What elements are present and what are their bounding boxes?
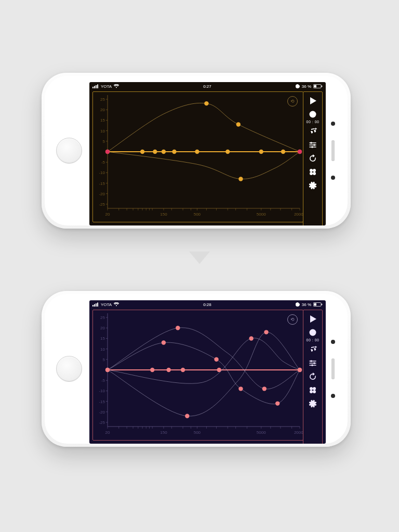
reset-graph-icon[interactable]: ⟲ [287, 314, 298, 325]
sensor-icon [331, 394, 335, 398]
svg-rect-5 [314, 85, 316, 88]
camera-speaker-cluster [331, 340, 335, 398]
clock-label: 0:27 [203, 84, 211, 89]
svg-text:20: 20 [100, 108, 105, 112]
svg-point-67 [281, 150, 285, 154]
do-not-disturb-icon [296, 84, 300, 88]
sliders-icon[interactable] [305, 139, 320, 151]
record-icon[interactable] [305, 327, 320, 338]
svg-text:-10: -10 [99, 170, 105, 175]
clock-label: 0:28 [203, 302, 211, 307]
svg-text:-25: -25 [99, 420, 105, 425]
svg-rect-1 [94, 86, 95, 89]
svg-text:-5: -5 [101, 378, 105, 383]
svg-marker-163 [310, 315, 316, 323]
svg-point-75 [310, 111, 316, 118]
svg-text:25: 25 [100, 97, 105, 102]
wifi-icon [114, 84, 119, 88]
reset-graph-icon[interactable]: ⟲ [287, 96, 298, 107]
svg-point-71 [238, 177, 243, 181]
svg-point-82 [310, 169, 313, 172]
svg-text:150: 150 [160, 430, 167, 435]
svg-point-72 [105, 150, 110, 154]
svg-rect-0 [92, 87, 94, 88]
svg-rect-90 [97, 303, 98, 307]
timer-label: 00 : 00 [307, 338, 320, 342]
settings-icon[interactable] [305, 398, 320, 409]
svg-point-65 [225, 150, 230, 154]
svg-point-152 [176, 326, 180, 330]
svg-point-69 [204, 101, 208, 105]
svg-text:5000: 5000 [257, 212, 266, 217]
camera-icon [331, 122, 335, 126]
status-bar: YOTA 0:28 36 % [89, 300, 326, 309]
refresh-icon[interactable] [305, 371, 320, 382]
svg-point-63 [172, 150, 176, 154]
svg-point-66 [259, 150, 263, 154]
do-not-disturb-icon [296, 302, 300, 307]
svg-text:20000: 20000 [294, 212, 303, 217]
svg-point-172 [313, 387, 316, 390]
wifi-icon [114, 302, 119, 307]
svg-text:-20: -20 [99, 410, 105, 415]
svg-text:10: 10 [100, 129, 105, 134]
phone-body: YOTA 0:27 36 % [45, 76, 348, 225]
battery-icon [313, 84, 323, 88]
svg-point-168 [310, 360, 312, 362]
svg-rect-89 [96, 303, 97, 307]
phone-body: YOTA 0:28 36 % ⟲ [45, 294, 348, 444]
svg-text:-25: -25 [99, 202, 105, 207]
play-icon[interactable] [305, 95, 320, 107]
toolbar: 00 : 00 [303, 310, 323, 444]
svg-text:15: 15 [100, 336, 105, 341]
svg-point-164 [310, 329, 316, 336]
svg-text:5000: 5000 [257, 430, 266, 435]
signal-icon [92, 84, 99, 88]
svg-point-85 [313, 172, 316, 175]
svg-point-61 [153, 150, 157, 154]
svg-point-153 [262, 387, 267, 391]
svg-point-73 [298, 150, 302, 154]
apps-icon[interactable] [305, 166, 320, 178]
svg-point-169 [313, 362, 315, 364]
add-music-icon[interactable] [305, 126, 320, 137]
svg-point-147 [150, 368, 154, 372]
svg-rect-6 [322, 86, 323, 87]
svg-point-60 [140, 150, 144, 154]
settings-icon[interactable] [305, 180, 320, 191]
svg-point-81 [311, 146, 313, 148]
phone-mockup-bottom: YOTA 0:28 36 % ⟲ [42, 291, 351, 447]
apps-icon[interactable] [305, 384, 320, 396]
eq-plot-area[interactable]: ⟲ -25-20-15-10-5510152025201505005000200… [92, 91, 303, 222]
svg-text:500: 500 [194, 430, 201, 435]
svg-point-154 [162, 340, 166, 344]
home-button[interactable] [56, 356, 82, 382]
svg-marker-74 [310, 97, 316, 104]
svg-point-156 [238, 387, 243, 391]
toolbar: 00 : 00 [303, 91, 323, 225]
svg-point-160 [249, 336, 253, 340]
eq-plot-area[interactable]: ⟲ -25-20-15-10-5510152025201505005000200… [92, 310, 303, 441]
svg-point-70 [236, 122, 241, 126]
svg-text:-15: -15 [99, 181, 105, 186]
home-button[interactable] [56, 138, 82, 164]
svg-point-84 [310, 172, 313, 175]
svg-point-155 [214, 357, 218, 362]
sliders-icon[interactable] [305, 357, 320, 369]
add-music-icon[interactable] [305, 344, 320, 355]
play-icon[interactable] [305, 313, 320, 325]
svg-rect-92 [314, 303, 316, 306]
device-screen: YOTA 0:28 36 % ⟲ [89, 300, 326, 444]
refresh-icon[interactable] [305, 153, 320, 164]
svg-point-80 [313, 144, 315, 146]
status-bar: YOTA 0:27 36 % [89, 82, 326, 90]
signal-icon [92, 302, 99, 307]
sensor-icon [331, 176, 335, 180]
svg-point-174 [313, 390, 316, 393]
record-icon[interactable] [305, 109, 320, 120]
svg-point-62 [162, 150, 166, 154]
battery-icon [313, 302, 323, 307]
svg-rect-2 [96, 85, 97, 88]
speaker-icon [331, 140, 335, 161]
svg-point-161 [105, 368, 110, 372]
